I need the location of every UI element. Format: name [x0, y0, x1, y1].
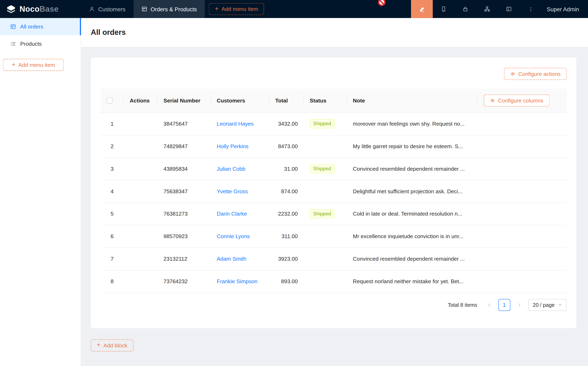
- row-index: 5: [101, 202, 124, 225]
- pagination-total: Total 8 items: [448, 302, 477, 308]
- sidebar-add-menu-item-button[interactable]: + Add menu item: [3, 59, 64, 71]
- note-cell: Request norland neither mistake for yet.…: [347, 270, 478, 293]
- note-cell: My little garret repair to desire he est…: [347, 135, 478, 158]
- table-row: 4 75638347 Yvette Gross 874.00 Delightfu…: [101, 180, 567, 203]
- lock-icon: [462, 6, 468, 12]
- table-icon: [10, 23, 16, 30]
- table-row: 7 23132112 Adam Smith 3923.00 Convinced …: [101, 248, 567, 270]
- row-index: 6: [101, 225, 124, 248]
- row-index: 4: [101, 180, 124, 203]
- topnav-item-customers[interactable]: Customers: [81, 0, 133, 18]
- table-row: 8 73764232 Frankie Simpson 893.00 Reques…: [101, 270, 567, 293]
- nocobase-logo[interactable]: NocoBase: [0, 4, 81, 14]
- table-row: 1 38475647 Leonard Hayes 3432.00 Shipped…: [101, 113, 567, 135]
- orders-table-block: Configure actions Actions Serial Number …: [91, 57, 576, 328]
- customer-link[interactable]: Frankie Simpson: [217, 278, 257, 284]
- add-block-label: Add block: [104, 342, 128, 348]
- chevron-left-icon: [487, 303, 491, 307]
- table-row: 5 76381273 Darin Clarke 2232.00 Shipped …: [101, 202, 567, 225]
- mobile-icon: [441, 6, 447, 12]
- page-size-select[interactable]: 20 / page: [528, 299, 566, 311]
- customer-link[interactable]: Connie Lyons: [217, 233, 250, 239]
- customer-link[interactable]: Darin Clarke: [217, 211, 247, 217]
- mobile-button[interactable]: [433, 0, 454, 18]
- note-cell: Delightful met sufficient projection ask…: [347, 180, 478, 203]
- configure-columns-label: Configure columns: [498, 97, 543, 103]
- chevron-down-icon: [558, 303, 562, 307]
- add-menu-item-label: Add menu item: [221, 6, 258, 12]
- column-header-serial-number: Serial Number: [158, 89, 211, 113]
- topnav-item-orders-products[interactable]: Orders & Products: [133, 0, 205, 18]
- actions-cell: [124, 270, 158, 293]
- plus-icon: +: [215, 6, 219, 12]
- logo-text-base: Base: [39, 5, 59, 13]
- customer-link[interactable]: Yvette Gross: [217, 188, 248, 194]
- api-nodes-button[interactable]: [476, 0, 498, 18]
- content-area: Configure actions Actions Serial Number …: [81, 47, 588, 351]
- plus-icon: +: [97, 342, 100, 348]
- status-tag: Shipped: [310, 209, 334, 218]
- sidebar-item-label: Products: [20, 41, 42, 47]
- sidebar-item-all-orders[interactable]: All orders: [0, 18, 81, 35]
- prev-page-button[interactable]: [483, 299, 495, 311]
- more-button[interactable]: [520, 0, 542, 18]
- configure-columns-button[interactable]: Configure columns: [484, 94, 549, 107]
- total-cell: 311.00: [269, 225, 304, 248]
- table-toolbar: Configure actions: [101, 68, 567, 80]
- row-index: 2: [101, 135, 124, 158]
- actions-cell: [124, 248, 158, 270]
- serial-number-cell: 75638347: [158, 180, 211, 203]
- gear-icon: [490, 98, 495, 103]
- customer-link[interactable]: Holly Perkins: [217, 143, 249, 149]
- customer-link[interactable]: Leonard Hayes: [217, 121, 254, 127]
- boxed-layout-button[interactable]: [498, 0, 520, 18]
- topnav-label: Orders & Products: [151, 6, 197, 12]
- table-header-row: Actions Serial Number Customers Total St…: [101, 89, 567, 113]
- next-page-button[interactable]: [513, 299, 525, 311]
- layout-icon: [506, 6, 512, 12]
- row-index: 3: [101, 158, 124, 180]
- user-menu[interactable]: Super Admin: [542, 6, 588, 12]
- table-icon: [141, 6, 147, 12]
- serial-number-cell: 73764232: [158, 270, 211, 293]
- total-cell: 8473.00: [269, 135, 304, 158]
- lock-button[interactable]: [455, 0, 476, 18]
- actions-cell: [124, 180, 158, 203]
- ui-editor-button[interactable]: [411, 0, 433, 18]
- status-tag: Shipped: [310, 164, 334, 173]
- serial-number-cell: 43895834: [158, 158, 211, 180]
- not-allowed-cursor-icon: [377, 0, 386, 6]
- topnav-label: Customers: [98, 6, 126, 12]
- gear-icon: [510, 71, 515, 77]
- app-root: NocoBase Customers Orders & Products + A…: [0, 0, 588, 366]
- configure-actions-button[interactable]: Configure actions: [504, 68, 566, 80]
- page-number-button[interactable]: 1: [498, 299, 510, 311]
- customer-link[interactable]: Adam Smith: [217, 256, 247, 262]
- plus-icon: +: [12, 61, 15, 68]
- sidebar-item-products[interactable]: Products: [0, 35, 81, 53]
- logo-icon: [6, 4, 16, 14]
- logo-text-noco: Noco: [19, 5, 39, 13]
- note-cell: Mr excellence inquietude conviction is i…: [347, 225, 478, 248]
- add-block-button[interactable]: + Add block: [91, 339, 133, 351]
- sidebar: All orders Products + Add menu item: [0, 18, 81, 366]
- row-index: 8: [101, 270, 124, 293]
- note-cell: moreover man feelings own shy. Request n…: [347, 113, 478, 135]
- column-header-note: Note: [347, 89, 478, 113]
- main-area: All orders Configure actions: [81, 18, 588, 366]
- topbar: NocoBase Customers Orders & Products + A…: [0, 0, 588, 18]
- row-index: 7: [101, 248, 124, 270]
- actions-cell: [124, 113, 158, 135]
- total-cell: 31.00: [269, 158, 304, 180]
- top-navigation: Customers Orders & Products + Add menu i…: [81, 0, 264, 18]
- select-all-checkbox[interactable]: [106, 98, 113, 104]
- chevron-right-icon: [517, 303, 521, 307]
- total-cell: 2232.00: [269, 202, 304, 225]
- serial-number-cell: 76381273: [158, 202, 211, 225]
- actions-cell: [124, 225, 158, 248]
- topbar-add-menu-item-button[interactable]: + Add menu item: [209, 3, 264, 15]
- total-cell: 3923.00: [269, 248, 304, 270]
- serial-number-cell: 23132112: [158, 248, 211, 270]
- customer-link[interactable]: Julian Cobb: [217, 166, 245, 172]
- highlighter-icon: [419, 6, 425, 12]
